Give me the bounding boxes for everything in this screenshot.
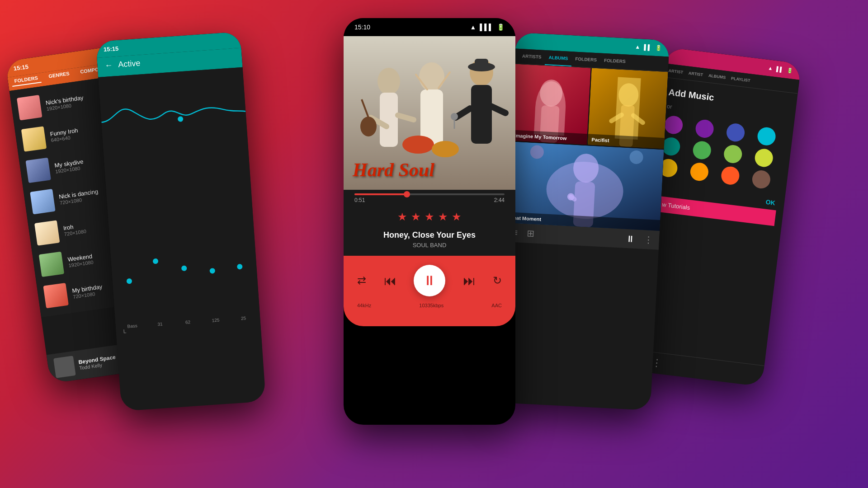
next-button[interactable]: ⏭ [463, 273, 476, 288]
audio-quality: 44kHz [357, 303, 371, 308]
item-info: Nick is dancing 720×1080 [58, 188, 99, 206]
thumbnail [17, 95, 42, 120]
battery-icon: 🔋 [497, 23, 505, 31]
item-info: Weekend 868×488 [67, 253, 94, 268]
shuffle-button[interactable]: ⇄ [357, 274, 366, 287]
star-3[interactable]: ★ [425, 211, 434, 223]
pause-button[interactable]: ⏸ [414, 265, 445, 296]
tab-albums[interactable]: ALBUMS [705, 68, 729, 84]
swatch-dark-purple[interactable] [694, 119, 715, 139]
svg-point-10 [402, 136, 434, 154]
thumbnail [21, 126, 47, 151]
swatch-light-green[interactable] [723, 144, 743, 164]
swatch-green[interactable] [692, 140, 712, 160]
svg-point-26 [618, 83, 639, 107]
item-info: My birthday 720×1080 [71, 283, 103, 299]
item-info: Iroh 720×1080 [63, 221, 87, 237]
repeat-button[interactable]: ↻ [493, 274, 502, 287]
eq-waveform [99, 76, 248, 159]
phone3-status-icons: ▲ ▌▌▌ 🔋 [470, 23, 505, 31]
tab-artists[interactable]: ARTISTS [518, 49, 545, 65]
svg-rect-3 [380, 93, 398, 147]
album-band-name: Hard Soul [353, 159, 434, 181]
swatch-red[interactable] [720, 165, 741, 186]
phone2-time: 15:15 [103, 45, 118, 52]
wifi-icon: ▲ [470, 23, 476, 31]
add-music-panel: Add Music or OK w Tutorials [646, 77, 797, 236]
eq-band-62[interactable]: 62 [180, 315, 196, 325]
phone2-header-title: Active [118, 58, 141, 69]
now-playing-thumb [53, 356, 76, 378]
battery-icon: 🔋 [655, 45, 662, 52]
prev-button[interactable]: ⏮ [384, 273, 396, 288]
item-info: Nick's birthday 868×488 [45, 94, 85, 111]
phone3-status-bar: 15:10 ▲ ▌▌▌ 🔋 [344, 18, 515, 36]
phone-equalizer: 15:15 ← Active Bass [96, 32, 266, 411]
star-1[interactable]: ★ [397, 211, 407, 223]
thumbnail [43, 283, 68, 308]
swatch-purple[interactable] [664, 115, 684, 135]
phone3-time: 15:10 [354, 23, 370, 31]
svg-point-11 [432, 141, 459, 157]
rating-stars[interactable]: ★ ★ ★ ★ ★ [344, 205, 515, 227]
tab-albums[interactable]: ALBUMS [545, 50, 572, 66]
svg-point-2 [377, 68, 400, 95]
tab-folders2[interactable]: FOLDERS [600, 53, 629, 70]
controls-row: ⇄ ⏮ ⏸ ⏭ ↻ [357, 265, 502, 296]
equalizer-area: Bass 31 62 [98, 67, 262, 357]
eq-band-bass[interactable]: Bass [124, 319, 140, 329]
svg-point-6 [360, 117, 377, 136]
svg-point-33 [567, 193, 575, 201]
pause-icon: ⏸ [423, 273, 436, 288]
eq-band-125[interactable]: 125 [208, 314, 223, 323]
svg-rect-21 [475, 59, 488, 68]
album-cell-imagine[interactable]: Imagine My Tomorrow [510, 64, 591, 145]
back-arrow-icon[interactable]: ← [104, 61, 113, 70]
album-art-background: Hard Soul [344, 36, 515, 190]
album-cell-beat[interactable]: Beat Moment [506, 141, 664, 231]
svg-line-34 [571, 197, 575, 199]
mini-play-pause[interactable]: ⏸ [626, 233, 635, 244]
phone1-time: 15:15 [13, 63, 29, 71]
eq-level-label: L [123, 328, 127, 334]
item-info: Funny Iroh 640×640 [50, 127, 79, 142]
more-options[interactable]: ⋮ [643, 234, 653, 245]
tab-folders[interactable]: FOLDERS [571, 52, 600, 68]
thumbnail [34, 220, 60, 245]
album-cell-pacifist[interactable]: Pacifist [588, 68, 668, 149]
audio-meta: 44kHz 10335kbps AAC [357, 296, 502, 308]
phone-player: 15:10 ▲ ▌▌▌ 🔋 [344, 18, 515, 425]
swatch-orange[interactable] [689, 162, 710, 182]
eq-sliders-container: Bass 31 62 [116, 194, 251, 329]
svg-point-8 [419, 62, 444, 91]
signal-icon: ▌▌ [644, 44, 652, 51]
star-4[interactable]: ★ [438, 211, 448, 223]
eq-band-31[interactable]: 31 [152, 318, 168, 327]
swatch-brown[interactable] [751, 169, 772, 190]
svg-rect-15 [471, 85, 492, 144]
signal-icon: ▌▌ [776, 66, 784, 72]
eq-band-25[interactable]: 25 [236, 312, 251, 321]
swatch-indigo[interactable] [726, 122, 746, 143]
thumbnail [25, 158, 51, 183]
audio-bitrate: 10335kbps [419, 303, 443, 308]
track-artist: SOUL BAND [344, 242, 515, 249]
tab-artist2[interactable]: ARTIST [685, 66, 707, 82]
swatch-cyan[interactable] [756, 126, 777, 146]
star-2[interactable]: ★ [411, 211, 421, 223]
now-playing-info: Beyond Space Todd Kelly [78, 354, 117, 371]
thumbnail [39, 252, 64, 277]
album-art: Hard Soul [344, 36, 515, 190]
track-title: Honey, Close Your Eyes [344, 230, 515, 240]
svg-point-0 [178, 116, 184, 122]
wifi-icon: ▲ [635, 43, 641, 50]
color-swatches [658, 115, 786, 191]
signal-icon: ▌▌▌ [480, 23, 493, 31]
phone-albums: ▲ ▌▌ 🔋 ARTISTS ALBUMS FOLDERS FOLDERS [497, 33, 670, 411]
progress-track[interactable] [354, 193, 505, 195]
swatch-lime[interactable] [754, 148, 774, 168]
player-controls-area: 0:51 2:44 ★ ★ ★ ★ ★ Honey, Close Your Ey… [344, 190, 515, 256]
item-info: My skydive 868×488 [54, 158, 84, 174]
grid-icon[interactable]: ⊞ [527, 228, 535, 239]
star-5[interactable]: ★ [452, 211, 462, 223]
